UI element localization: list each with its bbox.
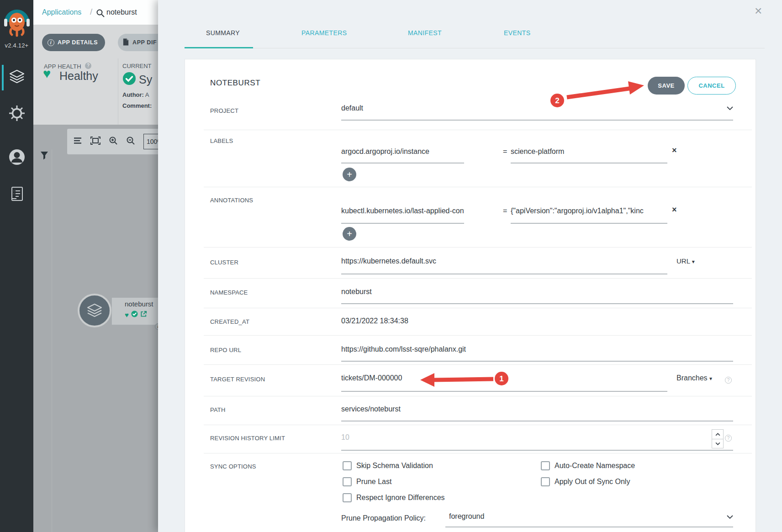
breadcrumb-applications-link[interactable]: Applications [42,8,81,16]
node-synced-check-icon [131,311,138,319]
target-revision-underline [341,391,667,392]
target-revision-label: TARGET REVISION [210,376,265,383]
remove-annotation-icon[interactable]: × [672,205,677,214]
breadcrumb-current-app: noteburst [106,8,137,16]
cluster-mode-dropdown[interactable]: URL ▾ [676,257,695,265]
checkbox-auto-create-namespace[interactable] [541,461,550,470]
graph-divider [52,149,52,532]
author-value: A [145,91,149,98]
docs-icon [10,186,24,205]
namespace-label: NAMESPACE [210,289,248,296]
label-key-underline [341,163,464,163]
checkbox-apply-out-of-sync-only[interactable] [541,477,550,486]
close-icon[interactable]: × [753,3,764,19]
caret-down-icon: ▾ [709,375,712,382]
repo-url-label: REPO URL [210,347,241,353]
sidebar-item-applications[interactable] [0,63,33,92]
node-health-heart-icon: ♥ [125,312,129,318]
health-heart-icon: ♥ [43,66,51,81]
target-revision-help-icon[interactable]: ? [725,377,732,384]
sync-status-value: Sy [139,73,152,86]
applications-layers-icon [9,69,25,86]
prune-policy-chevron-down-icon[interactable] [727,515,733,519]
checkbox-skip-schema-validation[interactable] [343,461,352,470]
graph-menu-icon[interactable] [73,137,82,146]
remove-label-icon[interactable]: × [672,146,677,154]
checkbox-respect-ignore-differences[interactable] [343,493,352,502]
tab-parameters[interactable]: PARAMETERS [301,29,347,37]
row-separator [204,278,752,279]
cancel-button[interactable]: CANCEL [687,77,736,95]
annotation-equals: = [503,207,509,215]
row-separator [204,308,752,308]
app-details-button[interactable]: i APP DETAILS [42,34,105,51]
row-separator [204,247,752,248]
namespace-input[interactable]: noteburst [341,288,729,296]
sidebar-item-docs[interactable] [0,181,33,210]
active-tab-underline [185,47,253,48]
checkbox-prune-last[interactable] [343,477,352,486]
stepper-down-button[interactable] [712,439,723,448]
zoom-out-icon[interactable] [126,136,135,147]
summary-card: NOTEBURST SAVE CANCEL PROJECT default LA… [185,59,756,532]
checkbox-label: Skip Schema Validation [356,462,433,470]
cluster-input[interactable]: https://kubernetes.default.svc [341,257,661,265]
annotation-key-underline [341,223,464,224]
row-separator [204,425,752,425]
target-revision-input[interactable]: tickets/DM-000000 [341,374,597,382]
revision-history-limit-label: REVISION HISTORY LIMIT [210,435,285,442]
annotation-value-input[interactable]: {"apiVersion":"argoproj.io/v1alpha1","ki… [511,207,667,215]
row-separator [204,335,752,336]
app-health-value: Healthy [59,69,98,83]
page-title: NOTEBURST [210,79,260,88]
labels-label: LABELS [210,137,233,144]
prune-propagation-policy-select[interactable]: foreground [449,512,484,521]
node-external-link-icon[interactable] [140,311,147,319]
save-button[interactable]: SAVE [648,77,685,95]
sidebar: v2.4.12+ [0,0,33,532]
namespace-underline [341,303,733,304]
label-value-input[interactable]: science-platform [511,147,667,156]
row-separator [204,453,752,453]
app-node-card[interactable]: noteburst ♥ [111,298,161,325]
revision-history-limit-input[interactable]: 10 [341,433,661,442]
revision-history-help-icon[interactable]: ? [725,435,732,442]
background-page: Applications / noteburst i APP DETAILS A… [33,0,161,532]
checkbox-label: Apply Out of Sync Only [555,478,630,486]
fit-to-screen-icon[interactable] [90,137,100,147]
node-name: noteburst [125,300,161,308]
app-details-label: APP DETAILS [58,39,98,46]
project-underline [341,120,733,121]
sync-status-label: CURRENT [122,63,161,69]
app-diff-label: APP DIF [132,39,157,46]
add-annotation-button[interactable]: + [343,227,356,241]
revision-type-dropdown[interactable]: Branches ▾ [676,374,712,382]
health-help-icon[interactable]: ? [85,63,91,69]
path-input[interactable]: services/noteburst [341,405,729,413]
tab-events[interactable]: EVENTS [504,29,530,37]
add-label-button[interactable]: + [343,168,356,181]
zoom-in-icon[interactable] [109,136,118,147]
diff-file-icon [122,38,129,47]
repo-url-input[interactable]: https://github.com/lsst-sqre/phalanx.git [341,345,729,353]
checkbox-label: Respect Ignore Differences [356,494,445,502]
label-value-underline [511,163,667,163]
sidebar-item-user[interactable] [0,143,33,173]
sidebar-item-settings[interactable] [0,100,33,129]
prune-propagation-policy-label: Prune Propagation Policy: [341,514,426,522]
app-node-icon[interactable] [78,294,111,327]
cluster-underline [341,274,667,274]
annotation-key-input[interactable]: kubectl.kubernetes.io/last-applied-confi… [341,207,464,215]
argo-logo [4,4,30,41]
label-key-input[interactable]: argocd.argoproj.io/instance [341,147,464,156]
project-chevron-down-icon[interactable] [727,106,733,110]
author-label: Author: [122,91,144,98]
project-label: PROJECT [210,107,238,114]
tab-manifest[interactable]: MANIFEST [408,29,442,37]
stepper-up-button[interactable] [712,430,723,439]
project-input[interactable]: default [341,104,729,112]
tab-summary[interactable]: SUMMARY [206,29,240,37]
breadcrumb: Applications / noteburst [33,0,161,25]
checkbox-label: Prune Last [356,478,391,486]
filter-icon[interactable] [40,151,48,163]
